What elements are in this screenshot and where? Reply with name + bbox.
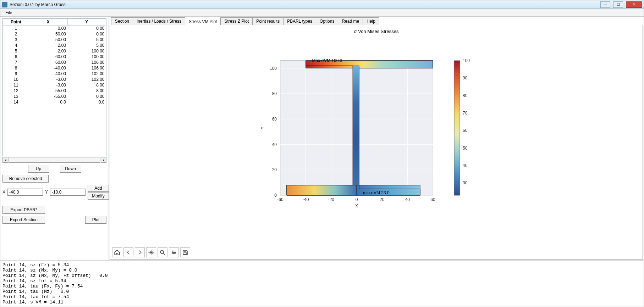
tab-point-results[interactable]: Point results xyxy=(252,17,284,25)
save-icon[interactable] xyxy=(180,247,190,257)
cell-y: 5.00 xyxy=(67,37,106,43)
titlebar: Sezioni 0.0.1 by Marco Grassi — ☐ ✕ xyxy=(0,0,644,9)
menubar: File xyxy=(0,9,644,17)
configure-icon[interactable] xyxy=(169,247,179,257)
cell-x: 50.00 xyxy=(29,37,67,43)
table-row[interactable]: 760.00106.00 xyxy=(3,60,106,65)
tab-read-me[interactable]: Read me xyxy=(338,17,363,25)
tab-options[interactable]: Options xyxy=(316,17,338,25)
cell-point: 12 xyxy=(3,88,29,94)
tabs: SectionInertias / Loads / StressStress V… xyxy=(110,17,643,25)
col-y[interactable]: Y xyxy=(67,19,106,26)
cell-point: 14 xyxy=(3,99,29,105)
table-row[interactable]: 11-3.008.00 xyxy=(3,82,106,88)
cell-point: 10 xyxy=(3,77,29,82)
cell-point: 11 xyxy=(3,82,29,88)
points-table-wrap[interactable]: Point X Y 10.000.00250.000.00350.005.004… xyxy=(2,18,106,156)
colorbar-tick: 100 xyxy=(463,58,470,63)
tab-stress-vm-plot[interactable]: Stress VM Plot xyxy=(185,18,221,25)
scroll-track[interactable] xyxy=(9,157,100,163)
cell-x: -3.00 xyxy=(29,77,67,82)
cell-point: 6 xyxy=(3,54,29,60)
y-input[interactable] xyxy=(50,189,86,196)
chart-canvas[interactable]: -60-40-200204060020406080100XYMax σVM 10… xyxy=(224,46,557,213)
table-row[interactable]: 10-3.00102.00 xyxy=(3,77,106,82)
cell-y: 100.00 xyxy=(67,54,106,60)
points-table[interactable]: Point X Y 10.000.00250.000.00350.005.004… xyxy=(3,18,106,105)
svg-rect-18 xyxy=(184,253,187,255)
cell-x: -40.00 xyxy=(29,71,67,77)
minimize-button[interactable]: — xyxy=(600,1,610,8)
tab-pbarl-types[interactable]: PBARL types xyxy=(283,17,316,25)
table-row[interactable]: 9-40.00102.00 xyxy=(3,71,106,77)
cell-y: 100.00 xyxy=(67,48,106,54)
export-section-button[interactable]: Export Section xyxy=(2,216,45,224)
col-point[interactable]: Point xyxy=(3,19,29,26)
table-row[interactable]: 350.005.00 xyxy=(3,37,106,43)
cell-y: 0.00 xyxy=(67,94,106,99)
forward-icon[interactable] xyxy=(135,247,145,257)
svg-point-13 xyxy=(160,250,164,253)
table-row[interactable]: 12-55.008.00 xyxy=(3,88,106,94)
colorbar-tick: 70 xyxy=(463,111,468,116)
home-icon[interactable] xyxy=(112,247,122,257)
table-row[interactable]: 52.00100.00 xyxy=(3,48,106,54)
cell-x: -55.00 xyxy=(29,94,67,99)
cell-y: 5.00 xyxy=(67,43,106,48)
colorbar-tick: 90 xyxy=(463,76,468,80)
table-row[interactable]: 250.000.00 xyxy=(3,31,106,37)
table-row[interactable]: 660.00100.00 xyxy=(3,54,106,60)
xtick-label: 60 xyxy=(430,197,435,202)
cell-x: -3.00 xyxy=(29,82,67,88)
tab-inertias-loads-stress[interactable]: Inertias / Loads / Stress xyxy=(133,17,185,25)
ytick-label: 40 xyxy=(272,142,277,147)
tab-section[interactable]: Section xyxy=(111,17,133,25)
xtick-label: 40 xyxy=(405,197,410,202)
up-button[interactable]: Up xyxy=(28,165,49,173)
cell-point: 5 xyxy=(3,48,29,54)
export-pbar-button[interactable]: Export PBAR* xyxy=(2,206,45,214)
remove-selected-button[interactable]: Remove selected xyxy=(2,175,49,183)
ytick-label: 60 xyxy=(272,117,277,122)
table-row[interactable]: 140.00.0 xyxy=(3,99,106,105)
x-input[interactable] xyxy=(7,189,43,196)
xlabel: X xyxy=(355,203,358,208)
table-row[interactable]: 8-40.00106.00 xyxy=(3,65,106,71)
table-row[interactable]: 42.005.00 xyxy=(3,43,106,48)
log-output[interactable]: Point 14, sz (Fz) = 5.34 Point 14, sz (M… xyxy=(0,261,644,307)
zoom-icon[interactable] xyxy=(158,247,167,257)
cell-x: 0.0 xyxy=(29,99,67,105)
cell-y: 106.00 xyxy=(67,65,106,71)
table-hscroll[interactable]: ◂ ▸ xyxy=(2,157,106,163)
cell-x: -55.00 xyxy=(29,88,67,94)
col-x[interactable]: X xyxy=(29,19,67,26)
svg-point-14 xyxy=(172,251,174,252)
svg-point-16 xyxy=(173,253,174,254)
cell-point: 9 xyxy=(3,71,29,77)
add-button[interactable]: Add xyxy=(88,185,109,192)
plot-button[interactable]: Plot xyxy=(85,216,106,224)
close-button[interactable]: ✕ xyxy=(626,1,642,8)
table-row[interactable]: 13-55.000.00 xyxy=(3,94,106,99)
cell-y: 0.00 xyxy=(67,26,106,32)
maximize-button[interactable]: ☐ xyxy=(613,1,623,8)
ylabel: Y xyxy=(260,127,265,129)
pan-icon[interactable] xyxy=(146,247,156,257)
scroll-right-icon[interactable]: ▸ xyxy=(101,157,106,163)
left-pane: Point X Y 10.000.00250.000.00350.005.004… xyxy=(0,17,109,261)
back-icon[interactable] xyxy=(123,247,133,257)
table-row[interactable]: 10.000.00 xyxy=(3,26,106,32)
section-part xyxy=(287,185,357,195)
scroll-left-icon[interactable]: ◂ xyxy=(2,157,8,163)
cell-point: 2 xyxy=(3,31,29,37)
cell-y: 8.00 xyxy=(67,88,106,94)
ytick-label: 80 xyxy=(272,91,277,96)
plot-container: σ Von Mises Stresses -60-40-200204060020… xyxy=(110,25,643,260)
xtick-label: 20 xyxy=(380,197,385,202)
window-title: Sezioni 0.0.1 by Marco Grassi xyxy=(10,2,66,7)
tab-stress-z-plot[interactable]: Stress Z Plot xyxy=(220,17,253,25)
tab-help[interactable]: Help xyxy=(363,17,379,25)
menu-file[interactable]: File xyxy=(2,10,15,16)
modify-button[interactable]: Modify xyxy=(88,192,109,200)
down-button[interactable]: Down xyxy=(60,165,81,173)
